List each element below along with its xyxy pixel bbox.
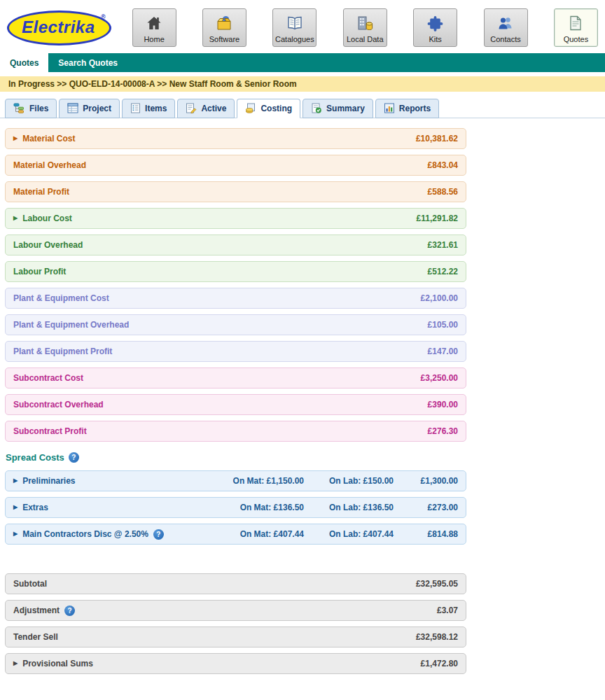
expand-arrow-icon[interactable]: ▶ <box>13 216 18 221</box>
row-value: £276.30 <box>428 426 458 436</box>
software-box-icon <box>215 13 233 31</box>
row-extras[interactable]: ▶Extras On Mat: £136.50 On Lab: £136.50 … <box>5 497 466 518</box>
nav-label: Local Data <box>347 35 384 43</box>
spread-costs-title: Spread Costs <box>6 452 64 463</box>
on-lab-value: On Lab: £150.00 <box>304 476 394 486</box>
top-header: Electrika ® Home Software Catalogues <box>0 0 605 53</box>
row-labour-profit[interactable]: Labour Profit £512.22 <box>5 261 466 282</box>
tab-summary[interactable]: Summary <box>302 99 373 118</box>
project-form-icon <box>67 103 78 113</box>
row-value: £390.00 <box>428 400 458 410</box>
row-label: Provisional Sums <box>22 659 93 668</box>
nav-home-button[interactable]: Home <box>132 8 176 47</box>
row-label: Tender Sell <box>13 632 58 642</box>
row-material-cost[interactable]: ▶Material Cost £10,381.62 <box>5 128 466 149</box>
nav-label: Home <box>144 35 164 43</box>
row-adjustment[interactable]: Adjustment? £3.07 <box>5 600 466 621</box>
quotes-section-tab[interactable]: Quotes <box>0 53 48 72</box>
row-label: Labour Profit <box>13 267 66 276</box>
breadcrumb: In Progress >> QUO-ELD-14-00008-A >> New… <box>0 76 605 92</box>
row-value: £10,381.62 <box>416 134 458 144</box>
help-icon[interactable]: ? <box>153 529 164 540</box>
row-value: £843.04 <box>428 160 458 170</box>
nav-kits-button[interactable]: Kits <box>413 8 457 47</box>
nav-contacts-button[interactable]: Contacts <box>484 8 528 47</box>
on-mat-value: On Mat: £407.44 <box>199 529 304 539</box>
row-labour-overhead[interactable]: Labour Overhead £321.61 <box>5 234 466 255</box>
tab-label: Reports <box>399 104 431 113</box>
row-value: £2,100.00 <box>421 293 458 303</box>
row-label: Plant & Equipment Profit <box>13 346 112 356</box>
row-labour-cost[interactable]: ▶Labour Cost £11,291.82 <box>5 208 466 229</box>
row-label: Main Contractors Disc @ 2.50% <box>22 529 148 539</box>
expand-arrow-icon[interactable]: ▶ <box>13 505 18 510</box>
electrika-logo[interactable]: Electrika ® <box>7 10 111 46</box>
tab-label: Active <box>201 104 226 113</box>
help-icon[interactable]: ? <box>64 606 75 616</box>
tab-label: Items <box>145 104 167 113</box>
row-material-overhead[interactable]: Material Overhead £843.04 <box>5 155 466 176</box>
row-plant-overhead[interactable]: Plant & Equipment Overhead £105.00 <box>5 314 466 335</box>
row-value: £273.00 <box>394 503 458 512</box>
row-subcontract-overhead[interactable]: Subcontract Overhead £390.00 <box>5 394 466 415</box>
on-mat-value: On Mat: £1,150.00 <box>199 476 304 486</box>
on-lab-value: On Lab: £407.44 <box>304 529 394 539</box>
expand-arrow-icon[interactable]: ▶ <box>13 478 18 484</box>
row-value: £3,250.00 <box>421 373 458 383</box>
row-main-contractors-disc[interactable]: ▶Main Contractors Disc @ 2.50%? On Mat: … <box>5 524 466 545</box>
items-list-icon <box>130 103 141 113</box>
row-label: Material Profit <box>13 187 69 197</box>
on-mat-value: On Mat: £136.50 <box>199 503 304 512</box>
nav-catalogues-button[interactable]: Catalogues <box>272 8 317 47</box>
row-label: Subcontract Profit <box>13 426 87 436</box>
expand-arrow-icon[interactable]: ▶ <box>13 661 18 666</box>
row-subcontract-profit[interactable]: Subcontract Profit £276.30 <box>5 421 466 442</box>
puzzle-piece-icon <box>426 13 445 31</box>
row-tender-sell[interactable]: Tender Sell £32,598.12 <box>5 626 466 648</box>
row-value: £512.22 <box>428 267 458 276</box>
summary-check-icon <box>311 103 322 113</box>
spacer <box>5 550 605 573</box>
tab-label: Project <box>83 104 111 113</box>
row-label: Adjustment <box>13 606 60 615</box>
tab-items[interactable]: Items <box>122 99 175 118</box>
expand-arrow-icon[interactable]: ▶ <box>13 136 18 141</box>
row-preliminaries[interactable]: ▶Preliminaries On Mat: £1,150.00 On Lab:… <box>5 470 466 491</box>
row-value: £11,291.82 <box>417 214 458 223</box>
row-value: £1,300.00 <box>394 476 458 486</box>
row-plant-cost[interactable]: Plant & Equipment Cost £2,100.00 <box>5 288 466 309</box>
top-nav: Home Software Catalogues Local Data <box>132 8 598 47</box>
row-subcontract-cost[interactable]: Subcontract Cost £3,250.00 <box>5 368 466 388</box>
open-book-icon <box>286 13 304 31</box>
help-icon[interactable]: ? <box>69 452 79 463</box>
tab-reports[interactable]: Reports <box>375 99 439 118</box>
nav-quotes-button[interactable]: Quotes <box>554 8 598 47</box>
quote-tabs: Files Project Items Active Costing <box>0 92 605 118</box>
nav-software-button[interactable]: Software <box>202 8 246 47</box>
row-provisional-sums[interactable]: ▶Provisional Sums £1,472.80 <box>5 653 466 674</box>
tab-project[interactable]: Project <box>59 99 120 118</box>
building-database-icon <box>356 13 374 31</box>
nav-label: Kits <box>429 35 441 43</box>
costing-coins-icon <box>245 103 256 113</box>
row-label: Preliminaries <box>22 476 75 486</box>
expand-arrow-icon[interactable]: ▶ <box>13 531 18 537</box>
nav-label: Quotes <box>564 35 588 43</box>
tab-costing[interactable]: Costing <box>237 99 300 118</box>
tab-active[interactable]: Active <box>177 99 235 118</box>
row-material-profit[interactable]: Material Profit £588.56 <box>5 181 466 202</box>
row-value: £1,472.80 <box>421 659 458 668</box>
row-plant-profit[interactable]: Plant & Equipment Profit £147.00 <box>5 341 466 362</box>
row-label: Extras <box>22 503 48 512</box>
tab-label: Costing <box>260 104 292 113</box>
home-icon <box>145 13 163 31</box>
row-label: Material Cost <box>22 134 75 144</box>
files-tree-icon <box>13 103 25 113</box>
spread-costs-heading: Spread Costs ? <box>6 452 605 463</box>
row-subtotal[interactable]: Subtotal £32,595.05 <box>5 573 466 594</box>
tab-files[interactable]: Files <box>5 99 57 118</box>
contacts-people-icon <box>496 13 515 31</box>
row-value: £32,598.12 <box>416 632 458 642</box>
nav-local-data-button[interactable]: Local Data <box>343 8 387 47</box>
row-label: Plant & Equipment Overhead <box>13 320 129 330</box>
